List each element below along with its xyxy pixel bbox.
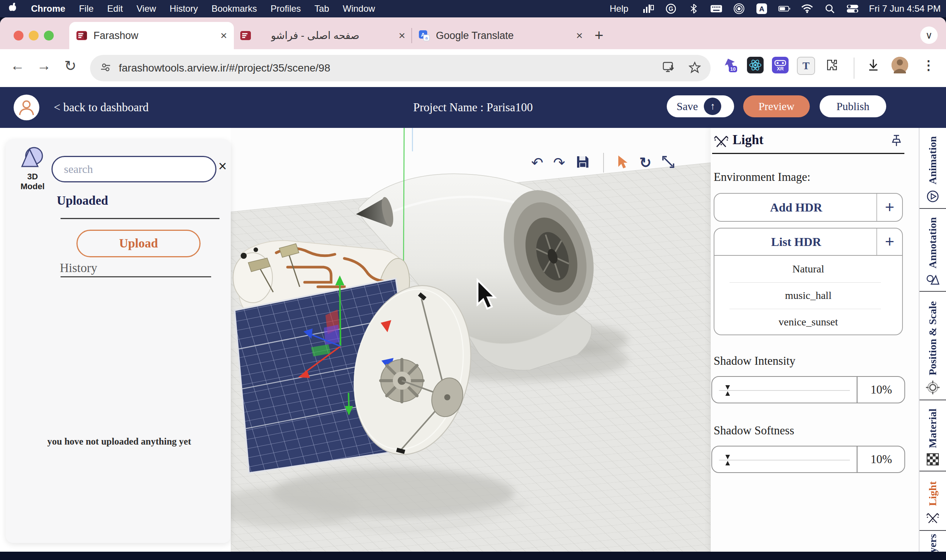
tab-annotation[interactable]: Annotation — [920, 210, 946, 292]
select-tool-icon[interactable] — [617, 155, 630, 171]
reload-icon[interactable]: ↻ — [61, 58, 79, 74]
shadow-intensity-slider[interactable]: 10% — [711, 376, 905, 403]
menu-profiles[interactable]: Profiles — [271, 3, 301, 14]
save-scene-icon[interactable] — [575, 154, 590, 171]
tab-material[interactable]: Material — [920, 401, 946, 471]
preview-button[interactable]: Preview — [743, 95, 810, 117]
battery-icon[interactable] — [778, 3, 790, 15]
extension-react-icon[interactable] — [747, 57, 764, 73]
tab-search-chevron[interactable]: ∨ — [920, 26, 938, 44]
url-text[interactable]: farashowtools.arview.ir/#/project/35/sce… — [119, 62, 330, 74]
light-tab-icon — [926, 511, 940, 526]
menu-edit[interactable]: Edit — [107, 3, 123, 14]
tab-position-scale[interactable]: Position & Scale — [920, 292, 946, 400]
menu-bookmarks[interactable]: Bookmarks — [212, 3, 257, 14]
tab-title: صفحه اصلی - فراشو — [271, 30, 359, 42]
airplay-icon[interactable] — [733, 3, 745, 15]
menu-file[interactable]: File — [79, 3, 94, 14]
list-hdr-plus-icon[interactable]: + — [876, 229, 902, 255]
hdr-item-venice-sunset[interactable]: venice_sunset — [714, 309, 902, 335]
list-hdr-button[interactable]: List HDR + — [714, 228, 903, 256]
new-tab-button[interactable]: + — [590, 26, 608, 44]
undo-icon[interactable]: ↶ — [531, 156, 543, 170]
shadow-intensity-label: Shadow Intensity — [714, 354, 795, 368]
forward-icon[interactable]: → — [35, 58, 53, 74]
save-button[interactable]: Save ↑ — [667, 95, 734, 117]
save-upload-icon: ↑ — [704, 98, 721, 115]
add-hdr-plus-icon[interactable]: + — [876, 194, 902, 221]
uploaded-heading: Uploaded — [57, 194, 108, 208]
profile-avatar[interactable] — [892, 57, 908, 73]
address-bar[interactable]: farashowtools.arview.ir/#/project/35/sce… — [90, 55, 711, 81]
3d-viewport[interactable] — [231, 128, 711, 552]
slider-track[interactable] — [719, 460, 850, 460]
tab-close-icon[interactable]: × — [576, 30, 583, 41]
3d-model-tool[interactable]: 3D Model — [16, 146, 49, 191]
wifi-icon[interactable] — [801, 3, 813, 15]
extension-xr-icon[interactable]: XR — [772, 57, 789, 73]
hdr-item-music-hall[interactable]: music_hall — [714, 282, 902, 309]
shadow-softness-slider[interactable]: 10% — [711, 446, 905, 473]
spotlight-search-icon[interactable] — [824, 3, 836, 15]
search-input[interactable] — [51, 156, 216, 182]
menu-view[interactable]: View — [137, 3, 156, 14]
redo-icon[interactable]: ↷ — [553, 156, 565, 170]
window-bottom-strip — [0, 552, 946, 560]
control-center-icon[interactable] — [846, 3, 859, 15]
uploaded-rule — [61, 218, 219, 219]
material-icon — [927, 453, 939, 467]
rotate-tool-icon[interactable]: ↻ — [639, 156, 652, 170]
upload-button[interactable]: Upload — [76, 230, 201, 257]
tab-light[interactable]: Light — [920, 472, 946, 531]
menu-chrome[interactable]: Chrome — [31, 3, 65, 14]
menu-history[interactable]: History — [170, 3, 198, 14]
apple-logo-icon[interactable] — [8, 2, 17, 15]
extensions-puzzle-icon[interactable] — [823, 57, 840, 73]
hdr-list: Natural music_hall venice_sunset — [714, 256, 903, 335]
tab-close-icon[interactable]: × — [220, 30, 227, 41]
shadow-softness-value: 10% — [857, 446, 905, 472]
install-app-icon[interactable] — [662, 61, 675, 75]
g-circle-icon[interactable]: G — [665, 3, 677, 15]
hdr-item-natural[interactable]: Natural — [714, 256, 902, 282]
empty-history-message: you hove not uploaded anything yet — [28, 436, 210, 447]
shadow-softness-label: Shadow Softness — [714, 424, 794, 437]
add-hdr-button[interactable]: Add HDR + — [714, 193, 903, 222]
browser-window: Farashow × صفحه اصلی - فراشو × Aa Google… — [0, 17, 946, 552]
downloads-icon[interactable] — [865, 57, 882, 73]
bookmark-star-icon[interactable] — [689, 61, 701, 75]
pin-icon[interactable] — [891, 134, 902, 148]
light-icon — [713, 133, 730, 151]
input-source-icon[interactable]: A — [756, 3, 768, 15]
tab-farashow-home[interactable]: صفحه اصلی - فراشو × — [234, 22, 411, 49]
tab-farashow[interactable]: Farashow × — [69, 22, 234, 49]
menu-help[interactable]: Help — [610, 3, 628, 14]
zoom-window-button[interactable] — [44, 31, 54, 40]
tab-layers[interactable]: Layers — [920, 532, 946, 552]
site-settings-icon[interactable] — [100, 62, 111, 75]
slider-handle[interactable] — [724, 384, 731, 398]
extension-t-icon[interactable]: T — [797, 57, 815, 75]
menu-window[interactable]: Window — [343, 3, 375, 14]
scale-tool-icon[interactable] — [661, 155, 675, 170]
minimize-window-button[interactable] — [29, 31, 39, 40]
tab-close-icon[interactable]: × — [398, 30, 405, 41]
tab-google-translate[interactable]: Aa Google Translate × — [412, 22, 589, 49]
keyboard-icon[interactable] — [710, 3, 722, 15]
extension-arrow10-icon[interactable]: 10 — [722, 57, 739, 73]
publish-button[interactable]: Publish — [820, 95, 886, 117]
close-window-button[interactable] — [14, 31, 23, 40]
bluetooth-icon[interactable] — [688, 3, 700, 15]
history-rule — [61, 276, 211, 277]
stats-icon[interactable] — [642, 3, 654, 15]
menu-tab[interactable]: Tab — [314, 3, 329, 14]
tab-animation[interactable]: Animation — [920, 128, 946, 209]
slider-handle[interactable] — [724, 454, 731, 468]
back-icon[interactable]: ← — [8, 58, 26, 74]
light-panel-rule — [712, 153, 904, 154]
app-header: < back to dashboard Project Name : Paris… — [0, 87, 946, 128]
slider-track[interactable] — [719, 390, 850, 391]
close-sidebar-icon[interactable]: × — [218, 159, 227, 173]
menu-clock[interactable]: Fri 7 Jun 4:54 PM — [869, 3, 941, 14]
kebab-menu-icon[interactable]: ⋮ — [920, 57, 937, 73]
